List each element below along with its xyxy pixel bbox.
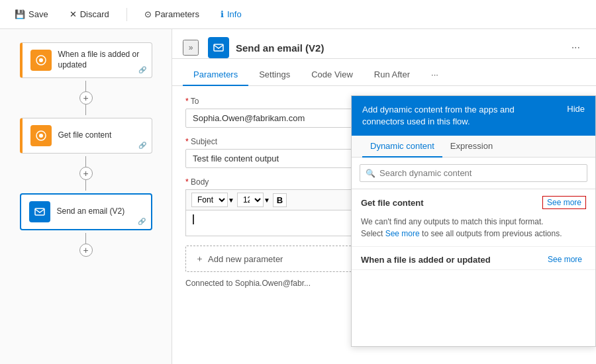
trigger-link-icon: 🔗 [138,66,146,73]
parameters-button[interactable]: ⊙ Parameters [140,7,203,22]
line-1b [85,105,86,115]
parameters-label: Parameters [155,9,199,19]
svg-point-1 [39,58,43,62]
tab-settings[interactable]: Settings [248,64,301,86]
line-2 [85,156,86,167]
get-file-icon [30,125,52,146]
right-panel: » Send an email (V2) ··· Parameters Sett… [172,29,596,364]
dynamic-tab-content[interactable]: Dynamic content [362,136,442,158]
size-dropdown-icon: ▼ [264,197,270,204]
add-step-1[interactable]: + [79,91,93,105]
get-file-note: We can't find any outputs to match this … [361,216,586,240]
dynamic-content-area: Get file content See more We can't find … [352,189,595,346]
trigger-node[interactable]: When a file is added or updated 🔗 [20,42,152,78]
left-panel: When a file is added or updated 🔗 + Get … [0,29,172,364]
when-file-section-title: When a file is added or updated [361,255,491,265]
send-email-label: Send an email (V2) [57,206,125,217]
bold-button[interactable]: B [273,193,287,207]
line-2b [85,180,86,191]
font-size-select[interactable]: 12 [237,193,264,207]
add-param-label: Add new parameter [208,254,283,264]
discard-icon: ✕ [70,9,77,19]
when-file-section-header: When a file is added or updated See more [352,247,595,269]
dynamic-tabs: Dynamic content Expression [352,136,595,158]
line-3 [85,233,86,244]
save-icon: 💾 [15,9,25,19]
dynamic-header: Add dynamic content from the apps and co… [352,96,595,136]
info-button[interactable]: ℹ Info [217,7,246,22]
save-button[interactable]: 💾 Save [11,7,52,22]
search-input[interactable] [379,168,581,178]
connector-3: + [79,233,93,257]
info-label: Info [227,9,242,19]
get-file-section: Get file content See more We can't find … [352,189,595,247]
svg-rect-5 [214,44,223,51]
add-step-2[interactable]: + [79,167,93,180]
tab-run-after[interactable]: Run After [364,64,421,86]
right-header: » Send an email (V2) ··· [172,29,596,59]
send-email-link-icon: 🔗 [138,218,146,225]
dynamic-header-text: Add dynamic content from the apps and co… [362,104,556,128]
hide-button[interactable]: Hide [567,104,585,114]
line-1 [85,81,86,91]
cursor [193,214,197,224]
trigger-icon [30,50,52,71]
search-icon: 🔍 [366,169,375,178]
parameters-icon: ⊙ [144,9,152,19]
see-more-get-file-button[interactable]: See more [542,196,586,209]
dynamic-search-area: 🔍 [352,158,595,189]
see-more-when-file-button[interactable]: See more [544,253,586,265]
tab-bar: Parameters Settings Code View Run After … [172,64,596,86]
get-file-link-icon: 🔗 [138,142,146,149]
trigger-label: When a file is added or updated [58,50,144,70]
tab-more[interactable]: ··· [421,64,449,86]
send-email-icon [29,201,50,222]
svg-rect-4 [35,208,44,215]
add-step-3[interactable]: + [79,244,93,257]
dynamic-panel: Add dynamic content from the apps and co… [351,95,596,347]
subject-required-star: * [185,137,191,146]
discard-button[interactable]: ✕ Discard [66,7,113,22]
action-header-icon [208,37,229,58]
search-box: 🔍 [360,164,587,182]
dynamic-tab-expression[interactable]: Expression [442,136,501,158]
tab-parameters[interactable]: Parameters [183,64,248,86]
body-required-star: * [185,177,191,187]
svg-point-3 [39,134,43,138]
send-email-node[interactable]: Send an email (V2) 🔗 [20,193,152,230]
get-file-section-title: Get file content [361,198,424,208]
discard-label: Discard [80,9,109,19]
action-title: Send an email (V2) [236,42,562,54]
divider [126,8,127,21]
when-file-section: When a file is added or updated See more [352,247,595,270]
info-icon: ℹ [221,9,224,19]
connector-1: + [79,81,93,115]
main-layout: When a file is added or updated 🔗 + Get … [0,29,596,364]
toolbar: 💾 Save ✕ Discard ⊙ Parameters ℹ Info [0,0,596,29]
add-param-icon: ＋ [195,253,204,265]
get-file-section-body: We can't find any outputs to match this … [352,213,595,246]
font-select[interactable]: Font [191,193,228,207]
collapse-button[interactable]: » [183,40,199,56]
save-label: Save [28,9,48,19]
to-required-star: * [185,97,191,106]
connector-2: + [79,156,93,191]
tab-code-view[interactable]: Code View [301,64,364,86]
see-more-inline-link[interactable]: See more [385,229,420,238]
get-file-node[interactable]: Get file content 🔗 [20,118,152,154]
get-file-section-header: Get file content See more [352,189,595,213]
more-button[interactable]: ··· [569,39,583,56]
font-dropdown-icon: ▼ [228,197,234,204]
get-file-label: Get file content [58,130,112,141]
